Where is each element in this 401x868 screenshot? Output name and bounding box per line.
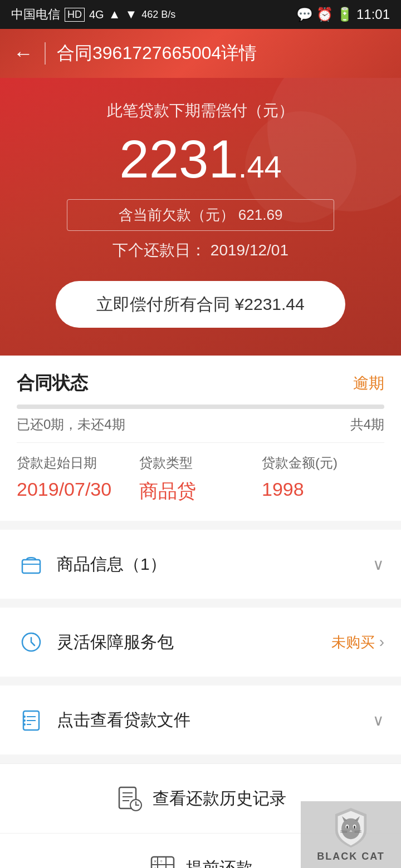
- signal-icon: ▲: [109, 7, 121, 22]
- service-package-right: 未购买 ›: [331, 633, 384, 652]
- product-info-label: 商品信息（1）: [57, 553, 167, 576]
- product-info-left: 商品信息（1）: [17, 550, 167, 579]
- service-package-status: 未购买: [331, 633, 375, 652]
- hero-subtitle: 此笔贷款下期需偿付（元）: [17, 100, 384, 121]
- loan-amount-label: 贷款金额(元): [262, 454, 384, 472]
- contract-status-header: 合同状态 逾期: [0, 356, 401, 405]
- page-title: 合同3961727665004详情: [57, 41, 257, 66]
- loan-docs-right: ∨: [373, 711, 384, 729]
- status-bar-left: 中国电信 HD 4G ▲ ▼ 462 B/s: [11, 6, 175, 23]
- overdue-amount: 621.69: [238, 206, 283, 223]
- overdue-box: 含当前欠款（元） 621.69: [67, 199, 334, 231]
- black-cat-label: BLACK CAT: [317, 851, 385, 862]
- next-date-value: 2019/12/01: [211, 241, 288, 259]
- header-divider: [45, 42, 46, 65]
- speed-label: 462 B/s: [141, 9, 175, 21]
- loan-docs-item[interactable]: 点击查看贷款文件 ∨: [0, 685, 401, 754]
- product-info-icon: [17, 550, 46, 579]
- progress-labels: 已还0期，未还4期 共4期: [17, 416, 384, 433]
- svg-point-28: [346, 826, 348, 829]
- svg-text:-: -: [160, 866, 162, 868]
- hero-section: 此笔贷款下期需偿付（元） 2231.44 含当前欠款（元） 621.69 下个还…: [0, 78, 401, 356]
- svg-rect-0: [22, 560, 40, 573]
- network-label: 4G: [89, 8, 104, 21]
- contract-status-badge: 逾期: [353, 373, 384, 394]
- svg-point-23: [341, 818, 360, 840]
- back-button[interactable]: ←: [13, 42, 33, 65]
- product-info-right: ∨: [373, 555, 384, 574]
- loan-docs-label: 点击查看贷款文件: [57, 709, 190, 732]
- status-bar: 中国电信 HD 4G ▲ ▼ 462 B/s 💬 ⏰ 🔋 11:01: [0, 0, 401, 29]
- svg-text:+: +: [154, 866, 157, 868]
- view-history-label: 查看还款历史记录: [153, 787, 286, 810]
- svg-text:×: ×: [154, 859, 157, 864]
- message-icon: 💬: [296, 7, 313, 22]
- battery-icon: 🔋: [336, 7, 353, 22]
- amount-decimal: .44: [238, 149, 282, 184]
- next-date-label: 下个还款日： 2019/12/01: [17, 240, 384, 261]
- svg-point-6: [23, 716, 26, 718]
- loan-start-date-value: 2019/07/30: [17, 479, 139, 500]
- loan-type-value: 商品贷: [139, 479, 262, 504]
- product-info-item[interactable]: 商品信息（1） ∨: [0, 530, 401, 599]
- service-package-left: 灵活保障服务包: [17, 628, 174, 657]
- early-repay-label: 提前还款: [186, 857, 253, 869]
- contract-status-section: 合同状态 逾期 已还0期，未还4期 共4期 贷款起始日期 2019/07/30 …: [0, 356, 401, 521]
- service-package-label: 灵活保障服务包: [57, 631, 174, 654]
- loan-type-label: 贷款类型: [139, 454, 262, 472]
- overdue-label: 含当前欠款（元）: [119, 206, 234, 223]
- wifi-icon: ▼: [125, 7, 137, 22]
- loan-docs-left: 点击查看贷款文件: [17, 706, 190, 734]
- black-cat-watermark: BLACK CAT: [301, 801, 401, 868]
- service-package-icon: [17, 628, 46, 657]
- carrier-label: 中国电信: [11, 6, 60, 23]
- svg-text:÷: ÷: [160, 859, 163, 864]
- loan-amount: 贷款金额(元) 1998: [262, 454, 384, 504]
- total-label: 共4期: [350, 416, 384, 433]
- loan-docs-chevron: ∨: [373, 711, 384, 729]
- amount-integer: 2231: [119, 129, 238, 189]
- progress-bar-bg: [17, 405, 384, 409]
- loan-info-grid: 贷款起始日期 2019/07/30 贷款类型 商品贷 贷款金额(元) 1998: [0, 443, 401, 521]
- loan-docs-icon: [17, 706, 46, 734]
- hd-badge: HD: [65, 8, 85, 22]
- hero-amount: 2231.44: [17, 132, 384, 186]
- page-header: ← 合同3961727665004详情: [0, 29, 401, 78]
- pay-all-button[interactable]: 立即偿付所有合同 ¥2231.44: [56, 281, 345, 328]
- svg-point-7: [23, 719, 26, 722]
- svg-point-8: [23, 723, 26, 726]
- clock-icon: ⏰: [316, 7, 333, 22]
- paid-label: 已还0期，未还4期: [17, 416, 125, 433]
- history-icon: [115, 784, 144, 813]
- early-repay-icon: × ÷ + -: [148, 854, 177, 868]
- contract-status-title: 合同状态: [17, 371, 88, 396]
- black-cat-shield-icon: [331, 807, 370, 849]
- time-label: 11:01: [356, 7, 390, 22]
- progress-container: 已还0期，未还4期 共4期: [0, 405, 401, 442]
- loan-amount-value: 1998: [262, 479, 384, 500]
- product-info-chevron: ∨: [373, 555, 384, 574]
- service-package-item[interactable]: 灵活保障服务包 未购买 ›: [0, 608, 401, 677]
- loan-type: 贷款类型 商品贷: [139, 454, 262, 504]
- loan-start-date: 贷款起始日期 2019/07/30: [17, 454, 139, 504]
- status-bar-right: 💬 ⏰ 🔋 11:01: [296, 7, 390, 22]
- svg-point-29: [354, 826, 355, 829]
- loan-start-date-label: 贷款起始日期: [17, 454, 139, 472]
- service-package-chevron: ›: [379, 633, 384, 651]
